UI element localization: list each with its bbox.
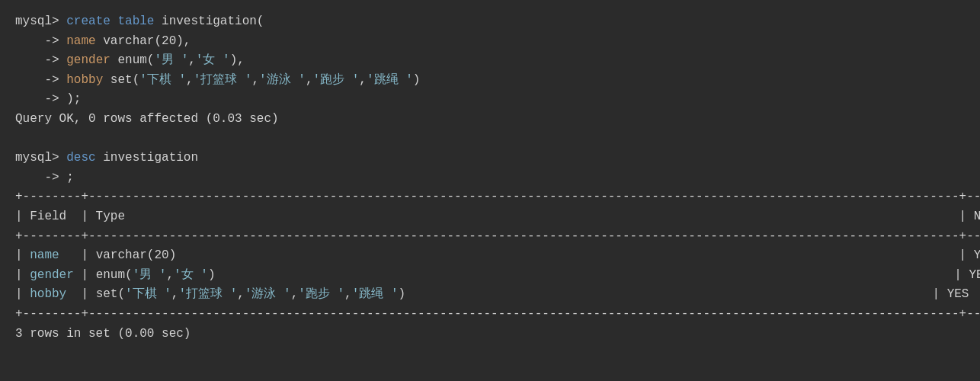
- create-table-line3: -> gender enum('男 ','女 '),: [15, 51, 965, 71]
- col-gender: gender: [66, 53, 110, 67]
- null-name: YES: [974, 248, 980, 262]
- str-jump2: '跳绳 ': [352, 287, 399, 301]
- str-chess: '下棋 ': [139, 73, 186, 87]
- field-hobby: hobby: [30, 287, 66, 301]
- str-swim2: '游泳 ': [245, 287, 291, 301]
- field-name: name: [30, 248, 59, 262]
- table-header-row: | Field | Type | Null | Key | Default | …: [15, 207, 965, 227]
- kw-create: create table: [66, 14, 154, 28]
- type-gender: enum('男 ','女 '): [96, 268, 955, 282]
- table-row-name: | name | varchar(20) | YES | | NULL | |: [15, 246, 965, 266]
- col-hobby-type: set(: [103, 73, 139, 87]
- str-run: '跑步 ': [313, 73, 360, 87]
- kw-desc: desc: [66, 151, 95, 165]
- str-swim: '游泳 ': [259, 73, 306, 87]
- closing-paren: );: [66, 92, 81, 106]
- type-hobby: set('下棋 ','打篮球 ','游泳 ','跑步 ','跳绳 '): [96, 287, 933, 301]
- create-table-line4: -> hobby set('下棋 ','打篮球 ','游泳 ','跑步 ','跳…: [15, 71, 965, 91]
- null-gender: YES: [969, 268, 980, 282]
- table-border-top: +--------+------------------------------…: [15, 187, 965, 207]
- desc-table-name: investigation: [96, 151, 198, 165]
- prompt-mysql2: mysql>: [15, 151, 66, 165]
- enum-close: ),: [230, 53, 245, 67]
- prompt-arrow: ->: [15, 34, 66, 48]
- str-female2: '女 ': [174, 268, 208, 282]
- str-basketball: '打篮球 ': [194, 73, 252, 87]
- query-result1: Query OK, 0 rows affected (0.03 sec): [15, 110, 965, 130]
- prompt-arrow2: ->: [15, 53, 66, 67]
- null-hobby: YES: [947, 287, 969, 301]
- prompt-mysql: mysql>: [15, 14, 66, 28]
- create-table-line5: -> );: [15, 90, 965, 110]
- col-name: name: [66, 34, 95, 48]
- type-name: varchar(20): [96, 248, 959, 262]
- prompt-arrow4: ->: [15, 92, 66, 106]
- str-chess2: '下棋 ': [125, 287, 171, 301]
- prompt-arrow5: -> ;: [15, 171, 74, 184]
- create-table-line1: mysql> create table investigation(: [15, 12, 965, 32]
- str-female: '女 ': [196, 53, 230, 67]
- desc-line1: mysql> desc investigation: [15, 149, 965, 168]
- table-row-gender: | gender | enum('男 ','女 ') | YES | | NUL…: [15, 266, 965, 286]
- table-border-mid: +--------+------------------------------…: [15, 227, 965, 247]
- terminal-window: mysql> create table investigation( -> na…: [15, 12, 965, 344]
- table-row-hobby: | hobby | set('下棋 ','打篮球 ','游泳 ','跑步 ','…: [15, 285, 965, 305]
- c3: ,: [306, 73, 313, 87]
- query-result2: 3 rows in set (0.00 sec): [15, 325, 965, 344]
- col-gender-type: enum(: [110, 53, 155, 67]
- str-run2: '跑步 ': [298, 287, 344, 301]
- create-table-line2: -> name varchar(20),: [15, 32, 965, 52]
- comma1: ,: [188, 53, 196, 67]
- field-gender: gender: [30, 268, 74, 282]
- str-jump: '跳绳 ': [367, 73, 413, 87]
- table-border-bottom: +--------+------------------------------…: [15, 305, 965, 325]
- col-name-type: varchar(20),: [96, 34, 191, 48]
- c2: ,: [251, 73, 259, 87]
- str-male2: '男 ': [133, 268, 167, 282]
- set-close: ): [413, 73, 421, 87]
- str-male: '男 ': [154, 53, 188, 67]
- table-name: investigation(: [154, 14, 264, 28]
- str-basketball2: '打篮球 ': [178, 287, 237, 301]
- c4: ,: [359, 73, 367, 87]
- prompt-arrow3: ->: [15, 73, 66, 87]
- blank-line: [15, 130, 965, 149]
- col-hobby: hobby: [66, 73, 103, 87]
- desc-line2: -> ;: [15, 168, 965, 188]
- c1: ,: [186, 73, 194, 87]
